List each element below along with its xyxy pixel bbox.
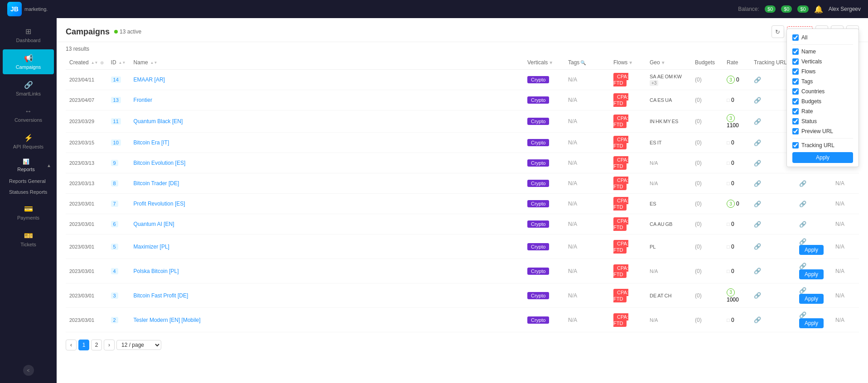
sidebar-item-tickets[interactable]: 🎫 Tickets bbox=[3, 227, 54, 252]
col-option-status[interactable]: Status bbox=[792, 116, 853, 126]
table-row: 2023/03/01 3 Bitcoin Fast Profit [DE] Cr… bbox=[66, 283, 859, 308]
campaign-link[interactable]: Quantum AI [EN] bbox=[134, 221, 174, 227]
col-checkbox-rate[interactable] bbox=[792, 108, 799, 115]
column-selector-apply-button[interactable]: Apply bbox=[792, 152, 853, 163]
preview-url-link[interactable]: 🔗 bbox=[799, 263, 806, 269]
col-checkbox-preview-url[interactable] bbox=[792, 128, 799, 134]
apply-button[interactable]: Apply bbox=[799, 318, 824, 328]
apply-button[interactable]: Apply bbox=[799, 245, 824, 255]
filter-geo-icon[interactable]: ▼ bbox=[661, 60, 665, 65]
th-created-filter[interactable]: ⊕ bbox=[100, 60, 104, 65]
tracking-url-link[interactable]: 🔗 bbox=[754, 268, 761, 274]
sidebar-item-conversions[interactable]: ↔ Conversions bbox=[3, 103, 54, 127]
cell-id: 2 bbox=[107, 308, 130, 332]
vertical-tag: Crypto bbox=[527, 96, 549, 104]
cell-budgets: (0) bbox=[691, 153, 723, 173]
filter-verticals-icon[interactable]: ▼ bbox=[549, 60, 553, 65]
refresh-button[interactable]: ↻ bbox=[772, 25, 784, 38]
tracking-url-link[interactable]: 🔗 bbox=[754, 97, 761, 104]
apply-button[interactable]: Apply bbox=[799, 269, 824, 279]
tracking-url-link[interactable]: 🔗 bbox=[754, 139, 761, 146]
col-checkbox-tracking-url[interactable] bbox=[792, 142, 799, 148]
preview-url-link[interactable]: 🔗 bbox=[799, 201, 806, 207]
tracking-url-link[interactable]: 🔗 bbox=[754, 160, 761, 167]
campaign-link[interactable]: Profit Revolution [ES] bbox=[134, 201, 185, 207]
col-checkbox-name[interactable] bbox=[792, 48, 799, 55]
col-option-budgets[interactable]: Budgets bbox=[792, 96, 853, 106]
budgets-value: (0) bbox=[695, 221, 702, 227]
col-checkbox-tags[interactable] bbox=[792, 78, 799, 85]
col-checkbox-status[interactable] bbox=[792, 118, 799, 124]
th-name: Name ▲▼ bbox=[130, 56, 524, 70]
page-2-button[interactable]: 2 bbox=[91, 340, 102, 350]
sort-id-icon[interactable]: ▲▼ bbox=[119, 61, 126, 65]
preview-url-link[interactable]: 🔗 bbox=[799, 311, 806, 318]
preview-url-link[interactable]: 🔗 bbox=[799, 238, 806, 245]
vertical-tag: Crypto bbox=[527, 118, 549, 125]
campaign-link[interactable]: Tesler Modern [EN] [Mobile] bbox=[134, 317, 201, 323]
tracking-url-link[interactable]: 🔗 bbox=[754, 243, 761, 250]
sidebar-item-reports[interactable]: 📊 Reports ▲ bbox=[0, 155, 57, 174]
page-size-select[interactable]: 12 / page 24 / page 50 / page bbox=[116, 340, 161, 350]
col-checkbox-countries[interactable] bbox=[792, 88, 799, 95]
col-checkbox-flows[interactable] bbox=[792, 68, 799, 75]
sort-name-icon[interactable]: ▲▼ bbox=[150, 61, 158, 65]
sidebar-item-statuses-reports[interactable]: Statuses Reports bbox=[5, 187, 51, 197]
campaign-link[interactable]: Polska Bitcoin [PL] bbox=[134, 268, 179, 274]
vertical-tag: Crypto bbox=[527, 220, 549, 228]
page-1-button[interactable]: 1 bbox=[78, 340, 89, 350]
apply-button[interactable]: Apply bbox=[799, 294, 824, 304]
col-checkbox-budgets[interactable] bbox=[792, 98, 799, 105]
col-option-preview-url[interactable]: Preview URL bbox=[792, 126, 853, 136]
campaign-link[interactable]: Frontier bbox=[134, 97, 152, 103]
preview-url-link[interactable]: 🔗 bbox=[799, 221, 806, 228]
cell-name: Profit Revolution [ES] bbox=[130, 194, 524, 214]
preview-url-link[interactable]: 🔗 bbox=[799, 180, 806, 187]
filter-tags-icon[interactable]: 🔍 bbox=[580, 60, 586, 65]
sidebar-collapse-button[interactable]: < bbox=[23, 365, 34, 376]
campaign-link[interactable]: Bitcoin Era [IT] bbox=[134, 139, 169, 146]
col-option-name[interactable]: Name bbox=[792, 47, 853, 57]
notifications-icon[interactable]: 🔔 bbox=[814, 5, 823, 14]
tracking-url-link[interactable]: 🔗 bbox=[754, 316, 761, 323]
sidebar-item-dashboard[interactable]: ⊞ Dashboard bbox=[3, 23, 54, 48]
cell-rate: 30 bbox=[723, 70, 750, 90]
tracking-url-link[interactable]: 🔗 bbox=[754, 180, 761, 187]
tracking-url-link[interactable]: 🔗 bbox=[754, 221, 761, 228]
sidebar-item-campaigns[interactable]: 📢 Campaigns bbox=[3, 49, 54, 74]
filter-flows-icon[interactable]: ▼ bbox=[628, 60, 633, 65]
col-option-all[interactable]: All bbox=[792, 33, 853, 43]
campaign-link[interactable]: Quantum Black [EN] bbox=[134, 118, 183, 124]
campaign-link[interactable]: EMAAR [AR] bbox=[134, 77, 165, 83]
col-option-tracking-url[interactable]: Tracking URL bbox=[792, 140, 853, 150]
tracking-url-link[interactable]: 🔗 bbox=[754, 292, 761, 299]
sidebar-item-api-requests[interactable]: ⚡ API Requests bbox=[3, 129, 54, 154]
preview-url-link[interactable]: 🔗 bbox=[799, 287, 806, 294]
campaign-link[interactable]: Bitcoin Trader [DE] bbox=[134, 180, 179, 187]
campaign-link[interactable]: Maximizer [PL] bbox=[134, 244, 169, 250]
campaign-link[interactable]: Bitcoin Evolution [ES] bbox=[134, 160, 186, 166]
sidebar-item-payments[interactable]: 💳 Payments bbox=[3, 200, 54, 225]
flow-tag: CPA: FTD bbox=[613, 93, 628, 107]
cell-created: 2023/03/01 bbox=[66, 259, 107, 283]
sidebar-item-smartlinks[interactable]: 🔗 SmartLinks bbox=[3, 76, 54, 101]
col-option-countries[interactable]: Countries bbox=[792, 86, 853, 96]
col-option-tags[interactable]: Tags bbox=[792, 77, 853, 86]
col-label-status: Status bbox=[801, 118, 817, 124]
tracking-url-link[interactable]: 🔗 bbox=[754, 118, 761, 125]
col-checkbox-all[interactable] bbox=[792, 34, 799, 41]
col-option-verticals[interactable]: Verticals bbox=[792, 57, 853, 67]
tracking-url-link[interactable]: 🔗 bbox=[754, 77, 761, 83]
col-checkbox-verticals[interactable] bbox=[792, 58, 799, 65]
sort-created-icon[interactable]: ▲▼ bbox=[91, 61, 98, 65]
col-option-flows[interactable]: Flows bbox=[792, 67, 853, 77]
cell-preview: 🔗 Apply bbox=[796, 308, 832, 332]
tracking-url-link[interactable]: 🔗 bbox=[754, 201, 761, 207]
budgets-value: (0) bbox=[695, 201, 702, 207]
col-label-rate: Rate bbox=[801, 108, 813, 115]
sidebar-item-reports-general[interactable]: Reports General bbox=[5, 176, 51, 187]
next-page-button[interactable]: › bbox=[104, 340, 115, 350]
campaign-link[interactable]: Bitcoin Fast Profit [DE] bbox=[134, 292, 188, 299]
prev-page-button[interactable]: ‹ bbox=[66, 340, 77, 350]
col-option-rate[interactable]: Rate bbox=[792, 106, 853, 116]
